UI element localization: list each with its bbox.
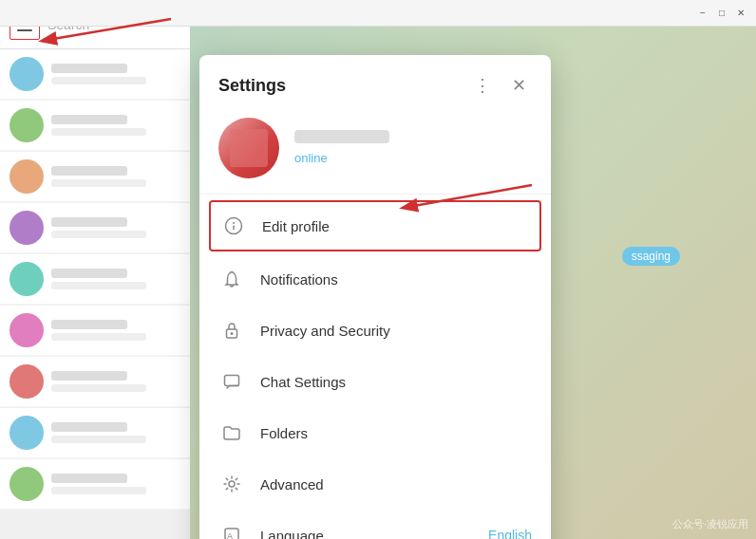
row-text (51, 217, 180, 238)
row-msg (51, 179, 146, 187)
row-name (51, 64, 127, 73)
modal-title: Settings (218, 76, 286, 96)
titlebar: − □ ✕ (0, 0, 756, 27)
row-msg (51, 231, 146, 238)
profile-name-blur (294, 130, 389, 143)
avatar (9, 57, 44, 91)
gear-icon (218, 471, 245, 497)
avatar-inner (230, 129, 268, 167)
menu-item-notifications[interactable]: Notifications (199, 253, 551, 305)
sidebar-chat-list (0, 49, 190, 511)
list-item[interactable] (0, 49, 190, 100)
svg-rect-8 (225, 376, 239, 386)
menu-item-folders[interactable]: Folders (199, 407, 551, 458)
row-text (51, 371, 180, 392)
menu-item-chat-settings[interactable]: Chat Settings (199, 356, 551, 407)
info-circle-icon (220, 213, 247, 239)
list-item[interactable] (0, 152, 190, 202)
settings-menu-list: Edit profile Notifications (199, 195, 551, 539)
avatar (9, 467, 44, 501)
row-msg (51, 282, 146, 289)
avatar (9, 211, 44, 245)
messaging-badge: ssaging (622, 247, 680, 266)
language-label: Language (260, 528, 488, 540)
list-item[interactable] (0, 101, 190, 151)
list-item[interactable] (0, 408, 190, 458)
folders-label: Folders (260, 425, 532, 441)
avatar (9, 313, 44, 347)
row-name (51, 320, 127, 329)
profile-info: online (294, 130, 532, 166)
row-text (51, 320, 180, 341)
close-modal-button[interactable]: ✕ (505, 72, 532, 99)
language-value: English (488, 528, 532, 539)
edit-profile-label: Edit profile (262, 218, 530, 234)
row-name (51, 217, 127, 227)
window-close-button[interactable]: ✕ (733, 6, 748, 21)
row-name (51, 422, 127, 432)
row-text (51, 474, 180, 494)
row-msg (51, 128, 146, 136)
menu-item-advanced[interactable]: Advanced (199, 458, 551, 510)
bell-icon (218, 266, 245, 292)
row-text (51, 64, 180, 84)
row-name (51, 269, 127, 278)
profile-status: online (294, 151, 328, 165)
avatar (9, 364, 44, 399)
list-item[interactable] (0, 357, 190, 407)
advanced-label: Advanced (260, 476, 532, 493)
row-msg (51, 77, 146, 84)
row-name (51, 115, 127, 124)
svg-text:A: A (227, 531, 233, 539)
list-item[interactable] (0, 459, 190, 510)
avatar (9, 159, 44, 194)
maximize-button[interactable]: □ (714, 6, 729, 21)
chat-icon (218, 368, 245, 395)
avatar (218, 118, 279, 178)
lock-icon (218, 317, 245, 344)
menu-item-language[interactable]: A Language English (199, 510, 551, 539)
row-name (51, 166, 127, 176)
more-options-button[interactable]: ⋮ (469, 72, 496, 99)
menu-item-edit-profile[interactable]: Edit profile (209, 200, 541, 251)
profile-section: online (199, 108, 551, 195)
row-text (51, 166, 180, 187)
privacy-security-label: Privacy and Security (260, 323, 532, 339)
svg-point-4 (233, 222, 235, 224)
modal-header: Settings ⋮ ✕ (199, 55, 551, 108)
avatar (9, 416, 44, 450)
svg-point-9 (229, 481, 235, 487)
list-item[interactable] (0, 254, 190, 305)
list-item[interactable] (0, 203, 190, 253)
settings-modal[interactable]: Settings ⋮ ✕ online (199, 55, 551, 539)
folder-icon (218, 419, 245, 446)
row-text (51, 422, 180, 443)
hamburger-line-3 (17, 29, 32, 31)
row-text (51, 269, 180, 289)
row-name (51, 474, 127, 483)
row-msg (51, 384, 146, 392)
row-msg (51, 333, 146, 341)
svg-rect-5 (233, 226, 235, 231)
row-msg (51, 487, 146, 494)
avatar (9, 262, 44, 296)
avatar (9, 108, 44, 142)
menu-item-privacy-security[interactable]: Privacy and Security (199, 305, 551, 356)
row-msg (51, 436, 146, 443)
modal-header-actions: ⋮ ✕ (469, 72, 532, 99)
minimize-button[interactable]: − (695, 6, 710, 21)
list-item[interactable] (0, 306, 190, 356)
chat-settings-label: Chat Settings (260, 374, 532, 390)
row-text (51, 115, 180, 136)
notifications-label: Notifications (260, 271, 532, 288)
svg-point-7 (231, 332, 234, 335)
language-icon: A (218, 522, 245, 539)
row-name (51, 371, 127, 381)
